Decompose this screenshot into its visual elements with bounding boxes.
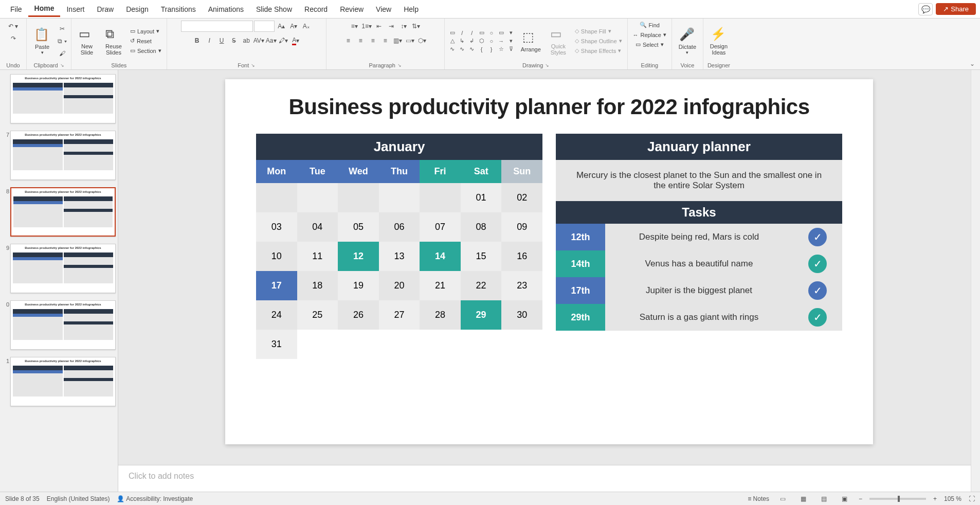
design-ideas-button[interactable]: ⚡ Design Ideas — [706, 25, 731, 58]
vertical-scrollbar[interactable] — [971, 70, 980, 492]
thumbnail-wrapper[interactable]: 0Business productivity planner for 2022 … — [2, 300, 116, 350]
accessibility-status[interactable]: 👤 Accessibility: Investigate — [117, 495, 193, 502]
thumbnail-wrapper[interactable]: 8Business productivity planner for 2022 … — [2, 187, 116, 237]
dialog-launcher-icon[interactable]: ↘ — [60, 63, 64, 68]
tab-insert[interactable]: Insert — [60, 2, 90, 16]
section-button[interactable]: ▭ Section ▾ — [128, 46, 164, 55]
quick-styles-button[interactable]: ▭ Quick Styles — [546, 25, 571, 58]
bullets-button[interactable]: ≡▾ — [349, 21, 360, 32]
calendar-cell: 18 — [297, 271, 338, 300]
slides-group-label: Slides — [75, 61, 164, 68]
zoom-out-button[interactable]: − — [859, 495, 862, 502]
slide-counter[interactable]: Slide 8 of 35 — [5, 495, 40, 502]
decrease-indent-button[interactable]: ⇤ — [373, 21, 385, 32]
cut-button[interactable]: ✂ — [57, 23, 68, 34]
slideshow-view-button[interactable]: ▣ — [838, 494, 851, 504]
zoom-in-button[interactable]: + — [933, 495, 937, 502]
tab-record[interactable]: Record — [298, 2, 334, 16]
slide-thumbnail[interactable]: Business productivity planner for 2022 i… — [10, 300, 116, 350]
tab-design[interactable]: Design — [120, 2, 155, 16]
dialog-launcher-icon[interactable]: ↘ — [397, 63, 402, 68]
italic-button[interactable]: I — [204, 35, 215, 46]
smartart-button[interactable]: ⬡▾ — [416, 35, 428, 46]
shape-effects-button[interactable]: ◇ Shape Effects ▾ — [573, 46, 624, 55]
numbering-button[interactable]: 1≡▾ — [361, 21, 372, 32]
slide-thumbnail[interactable]: Business productivity planner for 2022 i… — [10, 74, 116, 123]
paste-button[interactable]: 📋 Paste ▾ — [30, 25, 55, 57]
reset-button[interactable]: ↺ Reset — [128, 37, 164, 45]
change-case-button[interactable]: Aa▾ — [265, 35, 277, 46]
slide-thumbnails-panel[interactable]: Business productivity planner for 2022 i… — [0, 70, 118, 492]
find-button[interactable]: 🔍 Find — [638, 21, 662, 29]
undo-button[interactable]: ↶ ▾ — [8, 21, 19, 32]
thumbnail-wrapper[interactable]: 7Business productivity planner for 2022 … — [2, 131, 116, 180]
clear-formatting-button[interactable]: Aₓ — [300, 21, 312, 32]
notes-toggle[interactable]: ≡ Notes — [748, 495, 769, 502]
reuse-slides-button[interactable]: ⧉ Reuse Slides — [101, 25, 126, 58]
shape-outline-button[interactable]: ◇ Shape Outline ▾ — [573, 37, 624, 45]
tab-review[interactable]: Review — [334, 2, 370, 16]
underline-button[interactable]: U — [216, 35, 227, 46]
tab-file[interactable]: File — [4, 2, 28, 16]
thumbnail-wrapper[interactable]: Business productivity planner for 2022 i… — [2, 74, 116, 123]
language-status[interactable]: English (United States) — [47, 495, 110, 502]
redo-button[interactable]: ↷ — [8, 33, 19, 44]
share-button[interactable]: ↗Share — [936, 3, 976, 15]
slide-thumbnail[interactable]: Business productivity planner for 2022 i… — [10, 131, 116, 180]
slide-canvas[interactable]: Business productivity planner for 2022 i… — [225, 79, 873, 444]
highlight-button[interactable]: 🖍▾ — [278, 35, 289, 46]
align-center-button[interactable]: ≡ — [355, 35, 366, 46]
align-left-button[interactable]: ≡ — [342, 35, 354, 46]
align-text-button[interactable]: ▭▾ — [404, 35, 415, 46]
tab-draw[interactable]: Draw — [90, 2, 120, 16]
tab-home[interactable]: Home — [28, 1, 61, 17]
tab-slide-show[interactable]: Slide Show — [250, 2, 298, 16]
comments-button[interactable]: 💬 — [918, 3, 933, 15]
dictate-button[interactable]: 🎤 Dictate ▾ — [675, 25, 700, 57]
shapes-gallery[interactable]: ▭//▭○▭▾ △↳↲⬡○→▾ ∿∿∿{}☆⊽ — [448, 29, 516, 53]
new-slide-button[interactable]: ▭ New Slide — [75, 25, 99, 58]
copy-button[interactable]: ⧉ ▾ — [57, 35, 68, 47]
task-date: 29th — [556, 304, 605, 331]
char-spacing-button[interactable]: AV▾ — [253, 35, 264, 46]
font-name-input[interactable] — [181, 21, 253, 32]
font-color-button[interactable]: A▾ — [290, 35, 301, 46]
thumbnail-wrapper[interactable]: 1Business productivity planner for 2022 … — [2, 357, 116, 406]
slide-thumbnail[interactable]: Business productivity planner for 2022 i… — [10, 244, 116, 293]
shape-fill-button[interactable]: ◇ Shape Fill ▾ — [573, 27, 624, 35]
tab-view[interactable]: View — [370, 2, 397, 16]
line-spacing-button[interactable]: ↕▾ — [398, 21, 409, 32]
font-size-input[interactable] — [254, 21, 275, 32]
columns-button[interactable]: ▥▾ — [392, 35, 403, 46]
dialog-launcher-icon[interactable]: ↘ — [545, 63, 549, 68]
align-right-button[interactable]: ≡ — [367, 35, 378, 46]
tab-animations[interactable]: Animations — [202, 2, 250, 16]
zoom-slider[interactable] — [869, 498, 926, 500]
shadow-button[interactable]: ab — [241, 35, 252, 46]
collapse-ribbon-button[interactable]: ⌄ — [970, 60, 975, 69]
format-painter-button[interactable]: 🖌 — [57, 48, 68, 59]
fit-to-window-button[interactable]: ⛶ — [969, 495, 975, 502]
slide-thumbnail[interactable]: Business productivity planner for 2022 i… — [10, 187, 116, 237]
select-button[interactable]: ▭ Select ▾ — [633, 40, 666, 49]
sorter-view-button[interactable]: ▦ — [797, 494, 810, 504]
increase-indent-button[interactable]: ⇥ — [386, 21, 397, 32]
notes-pane[interactable]: Click to add notes — [118, 465, 980, 492]
text-direction-button[interactable]: ⇅▾ — [410, 21, 422, 32]
reading-view-button[interactable]: ▤ — [818, 494, 831, 504]
replace-button[interactable]: ↔ Replace ▾ — [631, 30, 668, 39]
dialog-launcher-icon[interactable]: ↘ — [251, 63, 255, 68]
tab-transitions[interactable]: Transitions — [155, 2, 202, 16]
layout-button[interactable]: ▭ Layout ▾ — [128, 27, 164, 35]
tab-help[interactable]: Help — [397, 2, 425, 16]
decrease-font-button[interactable]: A▾ — [288, 21, 299, 32]
increase-font-button[interactable]: A▴ — [276, 21, 287, 32]
bold-button[interactable]: B — [191, 35, 203, 46]
justify-button[interactable]: ≡ — [379, 35, 391, 46]
normal-view-button[interactable]: ▭ — [776, 494, 790, 504]
zoom-level[interactable]: 105 % — [944, 495, 961, 502]
arrange-button[interactable]: ⬚ Arrange — [518, 28, 544, 55]
slide-thumbnail[interactable]: Business productivity planner for 2022 i… — [10, 357, 116, 406]
thumbnail-wrapper[interactable]: 9Business productivity planner for 2022 … — [2, 244, 116, 293]
strike-button[interactable]: S̶ — [228, 35, 240, 46]
